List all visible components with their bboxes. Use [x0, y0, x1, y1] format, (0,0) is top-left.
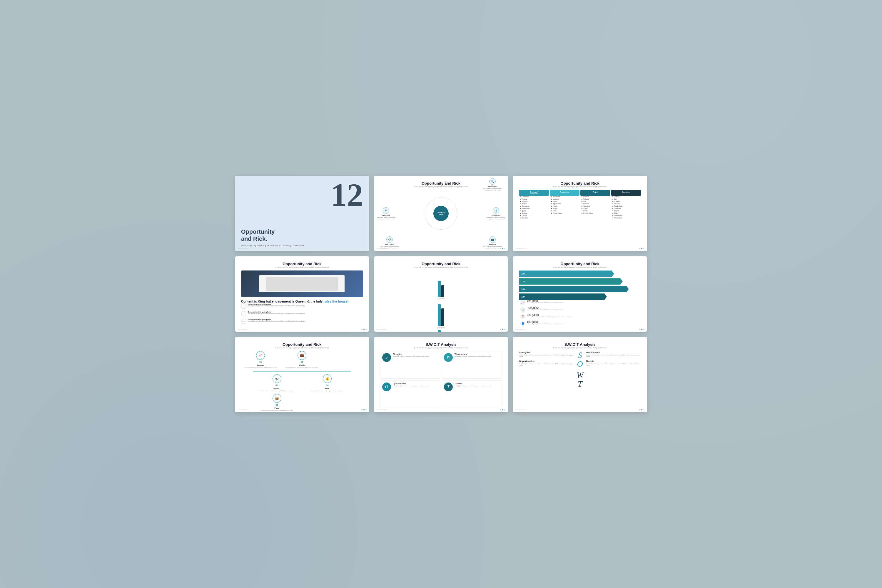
slide-3-table: Opportunity and Rick If you use this sit… [513, 176, 647, 251]
table-item: Schedule [611, 201, 641, 202]
strengths-icon: S [382, 353, 391, 362]
monitoring-desc: took a galley of type and scrambled it a… [483, 246, 502, 249]
opportunities-letter: O [385, 384, 388, 389]
stat-val-3: 44% (13KM) [527, 314, 572, 316]
dot [504, 329, 506, 330]
product-desc: The placeholder text been beginning with… [261, 390, 293, 392]
stat-desc-1: took a galley of type and scrambled it a… [527, 302, 562, 303]
arrow-4: 12% [519, 293, 607, 300]
profile-desc: The placeholder text been beginning with… [286, 367, 318, 368]
profile-icon: 💼 [297, 351, 306, 360]
place-label: Place [274, 407, 279, 409]
cycle-item-operations: ⚙ Operations took a galley of type and s… [376, 207, 396, 220]
dot [643, 329, 645, 330]
detail-threats-title: Threats [586, 360, 641, 363]
identification-label: Identification [488, 185, 497, 187]
footer-url-4: www.infinitystyle.com [237, 328, 249, 330]
slide-5-title: Opportunity and Rick [380, 262, 502, 266]
stat-icon-4: 👤 [520, 321, 525, 326]
stat-desc-4: took a galley of type and scrambled it a… [527, 323, 562, 325]
table-item: Projects [550, 205, 579, 207]
ps-item-product: 🏷 03 Product The placeholder text been b… [253, 374, 301, 392]
desc-body-1: took a galley of type and scrambled it a… [248, 305, 305, 307]
table-item: Organizational [550, 203, 579, 205]
col-programme: Procurement Acquisition Funding Organiza… [550, 196, 579, 219]
dot-active [641, 248, 642, 249]
slide-5-header: Opportunity and Rick If you use this sit… [380, 262, 502, 268]
weaknesses-content: Weaknesses took a galley of type and scr… [454, 353, 490, 357]
table-item: Operational [611, 208, 641, 210]
slide-2-cycle: Opportunity and Rick If you use this sit… [374, 176, 508, 251]
swot-detail-grid: Strengths Hampden-Sydney College it in p… [519, 351, 641, 408]
bar-pair-3 [438, 329, 444, 332]
profile-label: Profile [299, 364, 305, 366]
weaknesses-desc: took a galley of type and scrambled it a… [454, 356, 490, 357]
swot-strengths: S Strengths took a galley of type and sc… [380, 351, 440, 379]
profile-num: 02 [301, 361, 303, 363]
dot-active [502, 248, 503, 249]
process-desc: The placeholder text been beginning with… [244, 367, 277, 368]
swot-detail-opportunities: Opportunities Hampden-Sydney College it … [519, 360, 574, 366]
table-item: Personal [580, 196, 610, 198]
big-letter-o: O [577, 360, 583, 368]
chart-group-1: CATEGORY 1 [380, 270, 502, 300]
slide-4-subtitle: If you use this site regularly the great… [241, 266, 363, 268]
stat-icon-3: 📍 [520, 314, 525, 319]
laptop-image [241, 270, 363, 297]
ps-bottom-row: 🏷 03 Product The placeholder text been b… [241, 374, 363, 411]
dot [643, 248, 645, 249]
dot-active [363, 409, 364, 410]
swot-detail-left: Strengths Hampden-Sydney College it in p… [519, 351, 574, 366]
quote-text: Content is King but engagement is Queen,… [241, 299, 363, 303]
stats-right: 📈 10% (2.9M) took a galley of type and s… [519, 300, 641, 326]
desc-text-3: Description title going here took a gall… [248, 319, 305, 322]
detail-strengths-title: Strengths [519, 351, 574, 354]
assessment-icon: 📊 [493, 207, 499, 214]
assessment-label: Assessment [492, 214, 500, 216]
table-item: Provider Failure [580, 212, 610, 214]
process-icon: 📈 [256, 351, 265, 360]
desc-circle-2: ··· [241, 311, 246, 316]
dot-active [363, 329, 364, 330]
stat-icon-1: 📈 [520, 300, 525, 305]
dot-active [641, 329, 642, 330]
laptop-screen-inner [266, 277, 338, 291]
desc-body-2: took a galley of type and scrambled it a… [248, 313, 305, 315]
risk-control-label: Risk Control [385, 243, 394, 245]
slide-8-title: S.W.O.T Analysis [380, 342, 502, 346]
monitoring-label: Monitoring [489, 243, 496, 245]
table-item: Environmental [519, 208, 549, 210]
header-project: Project [580, 190, 610, 196]
footer-dots-5 [500, 329, 506, 330]
risk-control-icon: 🛡 [386, 236, 393, 243]
slide-8-subtitle: If you use this site regularly the great… [380, 347, 502, 349]
stat-4: 👤 25% (3.6M) took a galley of type and s… [520, 321, 641, 326]
threats-title: Threats [454, 382, 490, 384]
footer-url-2: www.infinitystyle.com [376, 248, 388, 249]
table-body: Commercial Financial Economic Political … [519, 196, 641, 219]
stat-icon-2: 📊 [520, 307, 525, 312]
table-item: Quality [611, 212, 641, 214]
dot [500, 409, 501, 410]
slide-6-header: Opportunity and Rick If you use this sit… [519, 262, 641, 268]
slide-7-subtitle: If you use this site regularly the great… [241, 347, 363, 349]
slide-4-title: Opportunity and Rick [241, 262, 363, 266]
quote-highlight: rules the house! [324, 300, 349, 303]
bar-pair-2 [438, 300, 444, 326]
footer-url: www.infinitystyle.com [237, 248, 249, 249]
table-item: Economic [519, 201, 549, 202]
table-item: Environmental [611, 214, 641, 217]
stat-val-4: 25% (3.6M) [527, 321, 562, 323]
strengths-desc: took a galley of type and scrambled it a… [393, 356, 429, 357]
header-programme: Programme [550, 190, 579, 196]
table-item: Safety [550, 210, 579, 212]
detail-weaknesses-title: Weaknesses [586, 351, 641, 354]
stat-text-3: 44% (13KM) took a galley of type and mar… [527, 314, 572, 318]
threats-letter: T [447, 384, 450, 389]
threats-desc: took a galley of type and scrambled it a… [454, 385, 490, 387]
footer-dots-8 [500, 409, 506, 410]
slide-6-arrows: Opportunity and Rick If you use this sit… [513, 256, 647, 332]
desc-text-2: Description title going here took a gall… [248, 311, 305, 315]
ps-connector-row [241, 370, 363, 372]
dot-active [502, 329, 503, 330]
